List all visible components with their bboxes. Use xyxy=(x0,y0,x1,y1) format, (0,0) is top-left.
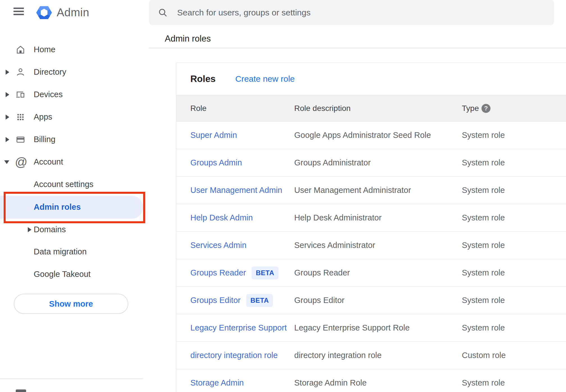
table-row: Groups ReaderBETAGroups ReaderSystem rol… xyxy=(176,259,566,287)
at-sign-icon: @ xyxy=(15,155,28,169)
app-title: Admin xyxy=(57,6,89,19)
role-type: System role xyxy=(462,204,505,231)
expand-arrow-icon[interactable] xyxy=(28,227,31,232)
role-link[interactable]: Legacy Enterprise Support xyxy=(190,323,287,332)
table-row: Legacy Enterprise SupportLegacy Enterpri… xyxy=(176,314,566,342)
help-icon[interactable]: ? xyxy=(481,104,490,113)
table-row: Services AdminServices AdministratorSyst… xyxy=(176,232,566,259)
credit-card-icon xyxy=(16,135,25,144)
sidebar-item-data-migration[interactable]: Data migration xyxy=(0,241,149,263)
table-row: User Management AdminUser Management Adm… xyxy=(176,177,566,204)
collapse-arrow-icon[interactable] xyxy=(4,160,9,164)
create-new-role-link[interactable]: Create new role xyxy=(235,74,295,84)
sidebar-item-account[interactable]: @ Account xyxy=(0,151,149,173)
role-description: Groups Administrator xyxy=(294,149,371,176)
column-header-description: Role description xyxy=(294,104,351,113)
role-type: System role xyxy=(462,122,505,149)
table-row: Help Desk AdminHelp Desk AdministratorSy… xyxy=(176,204,566,232)
role-description: directory integration role xyxy=(294,342,382,369)
role-type: System role xyxy=(462,259,505,286)
clipped-bottom-icon xyxy=(16,389,26,392)
sidebar-item-account-settings[interactable]: Account settings xyxy=(0,173,149,196)
role-description: Groups Editor xyxy=(294,287,344,314)
search-placeholder: Search for users, groups or settings xyxy=(177,8,311,17)
role-description: Services Administrator xyxy=(294,232,375,259)
sidebar-item-label: Account settings xyxy=(34,180,93,189)
sidebar-item-admin-roles[interactable]: Admin roles xyxy=(0,196,143,219)
sidebar-item-label: Directory xyxy=(34,67,66,77)
sidebar-item-domains[interactable]: Domains xyxy=(0,218,149,241)
apps-grid-icon xyxy=(16,112,25,122)
table-row: directory integration roledirectory inte… xyxy=(176,342,566,369)
role-description: Groups Reader xyxy=(294,259,350,286)
sidebar-divider xyxy=(0,379,143,379)
role-link[interactable]: Groups Editor xyxy=(190,296,241,305)
admin-logo-icon xyxy=(36,4,52,21)
role-link[interactable]: User Management Admin xyxy=(190,186,282,195)
roles-card: Roles Create new role Role Role descript… xyxy=(176,63,566,392)
show-more-button[interactable]: Show more xyxy=(14,294,128,314)
sidebar-item-devices[interactable]: Devices xyxy=(0,83,149,106)
role-link[interactable]: Groups Admin xyxy=(190,158,242,167)
sidebar-item-label: Apps xyxy=(34,112,52,122)
table-header-row: Role Role description Type ? xyxy=(176,95,566,122)
role-link[interactable]: Super Admin xyxy=(190,131,237,140)
role-description: User Management Administrator xyxy=(294,177,411,204)
expand-arrow-icon[interactable] xyxy=(6,92,9,97)
role-description: Legacy Enterprise Support Role xyxy=(294,314,410,341)
sidebar-item-home[interactable]: Home xyxy=(0,38,149,61)
table-row: Groups AdminGroups AdministratorSystem r… xyxy=(176,149,566,177)
beta-badge: BETA xyxy=(246,294,273,307)
role-link[interactable]: Storage Admin xyxy=(190,378,244,388)
role-link[interactable]: directory integration role xyxy=(190,351,278,360)
role-description: Google Apps Administrator Seed Role xyxy=(294,122,431,149)
column-header-role: Role xyxy=(190,104,207,113)
search-icon xyxy=(158,8,168,17)
table-row: Groups EditorBETAGroups EditorSystem rol… xyxy=(176,287,566,314)
beta-badge: BETA xyxy=(252,266,279,279)
roles-card-header: Roles Create new role xyxy=(176,63,566,95)
role-type: System role xyxy=(462,287,505,314)
person-icon xyxy=(16,67,25,77)
sidebar-item-label: Google Takeout xyxy=(34,270,91,279)
role-description: Help Desk Administrator xyxy=(294,204,382,231)
sidebar-item-label: Domains xyxy=(34,225,66,234)
expand-arrow-icon[interactable] xyxy=(6,70,9,75)
breadcrumb: Admin roles xyxy=(165,34,211,44)
role-type: System role xyxy=(462,369,505,392)
role-type: System role xyxy=(462,177,505,204)
role-link[interactable]: Help Desk Admin xyxy=(190,213,253,222)
devices-icon xyxy=(16,90,25,99)
role-type: System role xyxy=(462,314,505,341)
role-type: System role xyxy=(462,232,505,259)
role-description: Storage Admin Role xyxy=(294,369,367,392)
sidebar-item-billing[interactable]: Billing xyxy=(0,128,149,151)
sidebar-item-label: Billing xyxy=(34,135,55,144)
sidebar-item-label: Data migration xyxy=(34,247,87,256)
home-icon xyxy=(16,45,25,54)
expand-arrow-icon[interactable] xyxy=(6,137,9,142)
role-type: System role xyxy=(462,149,505,176)
page-title: Roles xyxy=(190,74,216,84)
column-header-type: Type xyxy=(462,104,479,113)
sidebar-item-apps[interactable]: Apps xyxy=(0,106,149,128)
sidebar-item-directory[interactable]: Directory xyxy=(0,61,149,83)
role-link[interactable]: Groups Reader xyxy=(190,268,246,277)
role-link[interactable]: Services Admin xyxy=(190,241,247,250)
sidebar-item-google-takeout[interactable]: Google Takeout xyxy=(0,263,149,286)
sidebar-item-label: Admin roles xyxy=(34,202,81,212)
expand-arrow-icon[interactable] xyxy=(6,115,9,120)
sidebar: Admin Home Directory Devi xyxy=(0,0,149,392)
search-input[interactable]: Search for users, groups or settings xyxy=(149,0,554,25)
table-row: Storage AdminStorage Admin RoleSystem ro… xyxy=(176,369,566,392)
role-type: Custom role xyxy=(462,342,506,369)
roles-table-body: Super AdminGoogle Apps Administrator See… xyxy=(176,122,566,392)
table-row: Super AdminGoogle Apps Administrator See… xyxy=(176,122,566,149)
sidebar-item-label: Account xyxy=(34,157,63,167)
menu-icon[interactable] xyxy=(12,7,25,17)
sidebar-item-label: Home xyxy=(34,45,55,54)
sidebar-item-label: Devices xyxy=(34,90,63,99)
header-divider xyxy=(149,48,566,48)
